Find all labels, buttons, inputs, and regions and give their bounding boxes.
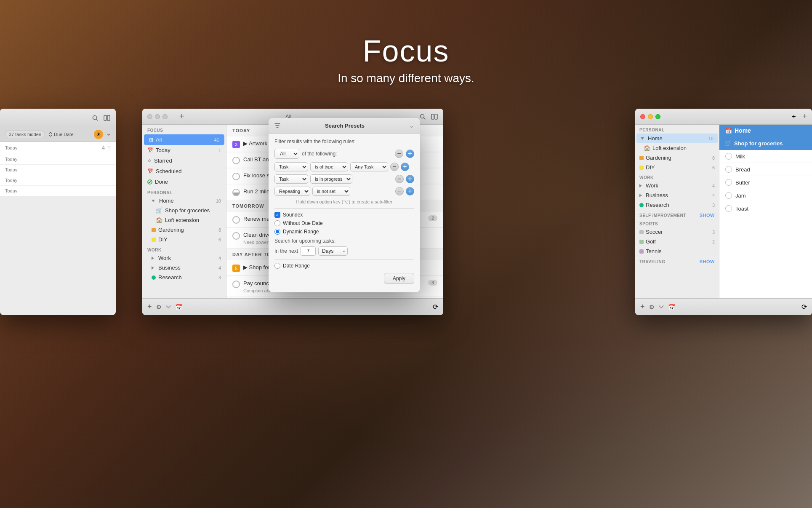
task-circle[interactable] <box>232 216 240 224</box>
add-icon[interactable]: + <box>147 302 152 311</box>
gardening-dot <box>152 228 156 232</box>
calendar-icon[interactable]: 📅 <box>668 304 675 310</box>
rule3-field-select[interactable]: Repeating <box>274 187 310 196</box>
personal-section-header: PERSONAL <box>142 187 226 196</box>
remove-rule-button[interactable]: − <box>395 150 403 158</box>
minimize-button[interactable] <box>648 114 653 119</box>
layout-icon[interactable] <box>431 113 438 120</box>
sidebar-item-groceries[interactable]: 🛒 Shop for groceries <box>142 206 226 215</box>
task-circle[interactable] <box>232 189 240 196</box>
nav-tennis[interactable]: Tennis <box>635 246 719 256</box>
settings-icon[interactable]: ⚙ <box>156 304 162 310</box>
date-range-label: Date Range <box>283 263 310 269</box>
remove-rule-1-button[interactable]: − <box>390 163 399 171</box>
settings-icon[interactable]: ⚙ <box>649 304 655 310</box>
nav-home[interactable]: Home 10 <box>636 134 718 143</box>
task-circle[interactable] <box>232 281 240 288</box>
rule2-op-select[interactable]: is in progress <box>310 174 352 184</box>
sidebar-item-business[interactable]: Business 4 <box>142 263 226 273</box>
maximize-button[interactable] <box>162 114 168 119</box>
maximize-button[interactable] <box>655 114 660 119</box>
add-rule-1-button[interactable]: + <box>401 163 409 171</box>
soundex-row: Soundex <box>274 212 414 218</box>
self-improvement-show[interactable]: Show <box>700 213 715 218</box>
nav-golf[interactable]: Golf 2 <box>635 237 719 246</box>
dynamic-range-label: Dynamic Range <box>283 229 319 235</box>
new-item-button[interactable]: + <box>792 113 796 120</box>
sun-icon[interactable]: ☀ <box>94 130 103 139</box>
nav-loft[interactable]: 🏠 Loft extension <box>635 143 719 153</box>
date-range-radio[interactable] <box>274 263 280 269</box>
sidebar-item-loft[interactable]: 🏠 Loft extension <box>142 215 226 225</box>
rule1-field-select[interactable]: Task <box>274 162 308 171</box>
chevron-down-icon[interactable]: ⌄ <box>409 122 414 129</box>
close-button[interactable] <box>147 114 152 119</box>
layout-icon[interactable] <box>103 114 111 122</box>
grocery-icon: 🛒 <box>156 207 162 214</box>
traveling-show[interactable]: Show <box>700 259 715 264</box>
nav-gardening[interactable]: Gardening 8 <box>635 153 719 163</box>
minimize-button[interactable] <box>155 114 160 119</box>
without-due-radio[interactable] <box>274 220 280 226</box>
sync-icon[interactable]: ⟳ <box>801 303 807 311</box>
sidebar-item-home[interactable]: Home 10 <box>142 196 226 206</box>
toast-circle[interactable] <box>725 205 732 212</box>
nav-done[interactable]: ✓ Done <box>142 176 226 187</box>
list-item-jam: Jam <box>719 189 812 202</box>
search-icon[interactable] <box>91 114 99 122</box>
in-next-input[interactable] <box>301 246 316 256</box>
add-rule-2-button[interactable]: + <box>406 175 414 183</box>
milk-circle[interactable] <box>725 153 732 160</box>
add-icon[interactable]: + <box>640 302 645 311</box>
tasks-hidden-badge[interactable]: 37 tasks hidden <box>5 131 45 138</box>
shop-for-groceries-item[interactable]: 🛒 Shop for groceries <box>719 136 812 150</box>
list-item-bread: Bread <box>719 163 812 176</box>
task-item: Today <box>0 154 116 165</box>
add-rule-button[interactable]: + <box>406 150 414 158</box>
nav-scheduled[interactable]: 📅 Scheduled <box>142 166 226 176</box>
nav-research[interactable]: Research 3 <box>635 200 719 210</box>
chevron-down-icon <box>659 305 664 309</box>
add-rule-3-button[interactable]: + <box>406 187 414 195</box>
sidebar-item-research[interactable]: Research 3 <box>142 273 226 282</box>
task-circle[interactable] <box>232 232 240 240</box>
sidebar-item-diy[interactable]: DIY 6 <box>142 235 226 244</box>
dialog-title: Search Presets <box>284 123 406 129</box>
rule3-op-select[interactable]: is not set <box>312 187 350 196</box>
rule1-value-select[interactable]: Any Task <box>350 162 388 171</box>
nav-all[interactable]: ⊞ All 41 <box>144 134 224 145</box>
svg-rect-2 <box>104 115 106 120</box>
calendar-icon[interactable]: 📅 <box>175 304 182 310</box>
search-icon[interactable] <box>419 113 426 120</box>
nav-today[interactable]: 📅 Today 1 <box>142 145 226 155</box>
dynamic-range-radio[interactable] <box>274 229 280 235</box>
remove-rule-2-button[interactable]: − <box>395 175 404 183</box>
rule2-field-select[interactable]: Task <box>274 174 308 184</box>
soundex-checkbox[interactable] <box>274 212 280 218</box>
all-select[interactable]: All Any <box>274 149 299 159</box>
nav-work[interactable]: Work 4 <box>635 181 719 190</box>
sidebar-item-gardening[interactable]: Gardening 8 <box>142 225 226 235</box>
close-button[interactable] <box>640 114 645 119</box>
nav-business[interactable]: Business 4 <box>635 190 719 200</box>
task-circle[interactable] <box>232 157 240 164</box>
task-circle[interactable] <box>232 173 240 180</box>
expand-arrow <box>152 200 155 202</box>
sync-icon[interactable]: ⟳ <box>433 303 438 311</box>
rule1-op-select[interactable]: is of type <box>310 162 348 171</box>
days-select[interactable]: Days Weeks Months <box>318 246 348 256</box>
nav-soccer[interactable]: Soccer 3 <box>635 227 719 237</box>
jam-text: Jam <box>735 193 746 199</box>
sidebar-item-work[interactable]: Work 4 <box>142 253 226 263</box>
expand-arrow <box>152 257 154 260</box>
nav-starred[interactable]: ☆ Starred <box>142 155 226 166</box>
golf-dot <box>639 240 644 244</box>
sort-button[interactable]: Due Date <box>48 132 73 137</box>
remove-rule-3-button[interactable]: − <box>395 187 404 195</box>
nav-diy[interactable]: DIY 6 <box>635 163 719 172</box>
new-task-button[interactable]: + <box>179 112 184 121</box>
bread-circle[interactable] <box>725 166 732 173</box>
jam-circle[interactable] <box>725 192 732 199</box>
apply-button[interactable]: Apply <box>384 273 414 284</box>
butter-circle[interactable] <box>725 179 732 186</box>
